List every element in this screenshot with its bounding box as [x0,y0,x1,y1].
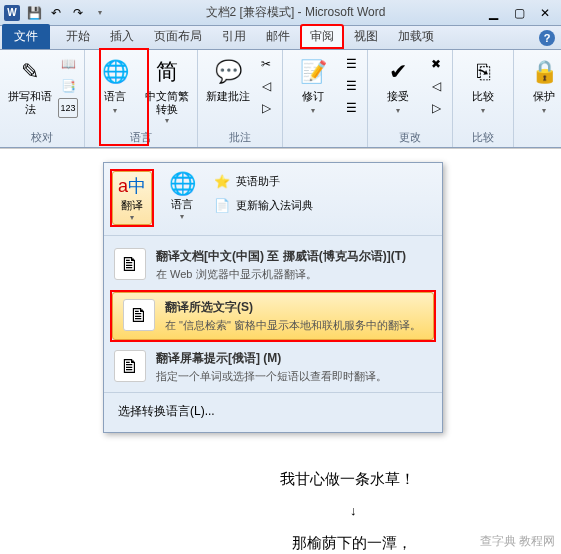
group-compare: ⎘ 比较▾ 比较 [453,50,514,147]
tab-layout[interactable]: 页面布局 [144,24,212,49]
maximize-button[interactable]: ▢ [507,4,531,22]
ribbon-tabs: 文件 开始 插入 页面布局 引用 邮件 审阅 视图 加载项 ? [0,26,561,50]
compare-icon: ⎘ [467,56,499,88]
star-icon: ⭐ [214,173,230,189]
prev-comment-button[interactable]: ◁ [256,76,276,96]
show-markup-button[interactable]: ☰ [341,76,361,96]
group-label-proofing: 校对 [6,128,78,147]
research-button[interactable]: 📖 [58,54,78,74]
spelling-icon: ✎ [14,56,46,88]
delete-comment-button[interactable]: ✂ [256,54,276,74]
translate-doc-icon: 🗎 [114,248,146,280]
tab-mailings[interactable]: 邮件 [256,24,300,49]
title-bar: W 💾 ↶ ↷ ▾ 文档2 [兼容模式] - Microsoft Word ▁ … [0,0,561,26]
translate-document-item[interactable]: 🗎 翻译文档[中文(中国) 至 挪威语(博克马尔语)](T) 在 Web 浏览器… [104,242,442,288]
globe-icon: 🌐 [99,56,131,88]
reviewing-pane-button[interactable]: ☰ [341,98,361,118]
group-comments: 💬 新建批注 ✂ ◁ ▷ 批注 [198,50,283,147]
group-label-compare: 比较 [459,128,507,147]
english-assistant-item[interactable]: ⭐ 英语助手 [210,171,317,191]
language-dropdown: a中 翻译 ▾ 🌐 语言 ▾ ⭐ 英语助手 📄 更新输入法词典 🗎 翻译 [103,162,443,433]
tab-home[interactable]: 开始 [56,24,100,49]
chinese-convert-button[interactable]: 简 中文简繁 转换 ▾ [143,54,191,127]
reject-button[interactable]: ✖ [426,54,446,74]
track-icon: 📝 [297,56,329,88]
save-button[interactable]: 💾 [24,3,44,23]
tab-insert[interactable]: 插入 [100,24,144,49]
group-protect: 🔒 保护▾ [514,50,561,147]
lock-icon: 🔒 [528,56,560,88]
translate-button[interactable]: a中 翻译 ▾ [112,171,152,225]
group-label-comments: 批注 [204,128,276,147]
track-changes-button[interactable]: 📝 修订▾ [289,54,337,119]
redo-button[interactable]: ↷ [68,3,88,23]
highlight-selected-text: 🗎 翻译所选文字(S) 在 "信息检索" 窗格中显示本地和联机服务中的翻译。 [110,290,436,342]
prev-change-button[interactable]: ◁ [426,76,446,96]
convert-icon: 简 [151,56,183,88]
accept-icon: ✔ [382,56,414,88]
help-icon[interactable]: ? [539,30,555,46]
next-change-button[interactable]: ▷ [426,98,446,118]
word-icon: W [4,5,20,21]
group-changes: ✔ 接受▾ ✖ ◁ ▷ 更改 [368,50,453,147]
doc-line-4: 我甘心做一条水草！ [280,465,521,493]
comment-icon: 💬 [212,56,244,88]
compare-button[interactable]: ⎘ 比较▾ [459,54,507,119]
thesaurus-button[interactable]: 📑 [58,76,78,96]
window-title: 文档2 [兼容模式] - Microsoft Word [110,4,481,21]
translate-icon: a中 [118,174,146,198]
update-ime-item[interactable]: 📄 更新输入法词典 [210,195,317,215]
highlight-translate: a中 翻译 ▾ [110,169,154,227]
choose-language-item[interactable]: 选择转换语言(L)... [104,395,442,428]
wordcount-button[interactable]: 123 [58,98,78,118]
quick-access-toolbar: 💾 ↶ ↷ ▾ [24,3,110,23]
tab-review[interactable]: 审阅 [300,24,344,49]
popup-language-button[interactable]: 🌐 语言 ▾ [162,169,202,227]
tab-file[interactable]: 文件 [2,24,50,49]
protect-button[interactable]: 🔒 保护▾ [520,54,561,119]
minimize-button[interactable]: ▁ [481,4,505,22]
tab-references[interactable]: 引用 [212,24,256,49]
spelling-button[interactable]: ✎ 拼写和语法 [6,54,54,118]
qat-more-button[interactable]: ▾ [90,3,110,23]
ribbon: ✎ 拼写和语法 📖 📑 123 校对 🌐 语言▾ 简 中文简繁 转换 ▾ 语言 [0,50,561,148]
paragraph-mark: ↓ [350,497,521,525]
next-comment-button[interactable]: ▷ [256,98,276,118]
translate-sel-icon: 🗎 [123,299,155,331]
language-button[interactable]: 🌐 语言▾ [91,54,139,119]
group-tracking: 📝 修订▾ ☰ ☰ ☰ [283,50,368,147]
accept-button[interactable]: ✔ 接受▾ [374,54,422,119]
watermark: 查字典 教程网 [480,533,555,550]
group-language: 🌐 语言▾ 简 中文简繁 转换 ▾ 语言 [85,50,198,147]
window-controls: ▁ ▢ ✕ [481,4,557,22]
new-comment-button[interactable]: 💬 新建批注 [204,54,252,105]
close-button[interactable]: ✕ [533,4,557,22]
document-icon: 📄 [214,197,230,213]
group-label-language: 语言 [91,128,191,147]
group-proofing: ✎ 拼写和语法 📖 📑 123 校对 [0,50,85,147]
translate-selection-item[interactable]: 🗎 翻译所选文字(S) 在 "信息检索" 窗格中显示本地和联机服务中的翻译。 [112,292,434,340]
group-label-changes: 更改 [374,128,446,147]
translate-screentip-item[interactable]: 🗎 翻译屏幕提示[俄语] (M) 指定一个单词或选择一个短语以查看即时翻译。 [104,344,442,390]
translate-tip-icon: 🗎 [114,350,146,382]
undo-button[interactable]: ↶ [46,3,66,23]
popup-globe-icon: 🌐 [169,171,196,197]
markup-button[interactable]: ☰ [341,54,361,74]
tab-view[interactable]: 视图 [344,24,388,49]
tab-addins[interactable]: 加载项 [388,24,444,49]
